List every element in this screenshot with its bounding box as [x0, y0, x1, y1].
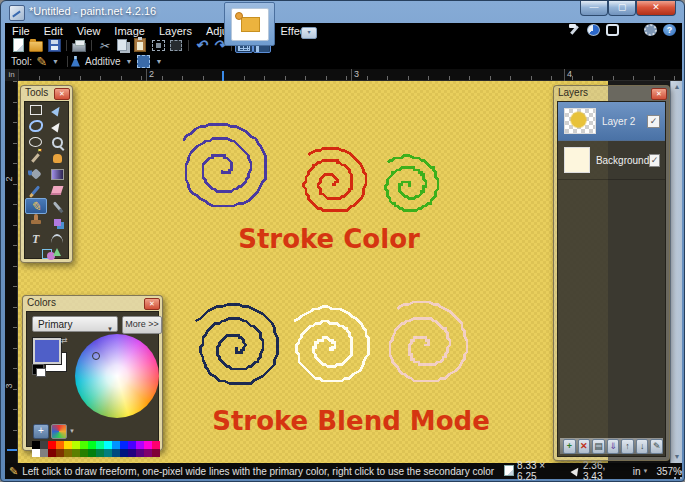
merge-layer-down-button[interactable]: ⇓ [607, 439, 620, 454]
reset-colors-icon[interactable] [32, 364, 44, 375]
unit-select-caret[interactable]: ▼ [642, 468, 648, 474]
selection-quality-caret[interactable]: ▼ [155, 58, 162, 65]
duplicate-layer-button[interactable]: ▤ [592, 439, 605, 454]
tools-window-titlebar[interactable]: Tools ✕ [21, 86, 72, 102]
palette-swatch[interactable] [40, 441, 48, 449]
palette-swatch[interactable] [120, 441, 128, 449]
open-button[interactable] [27, 38, 45, 53]
paste-button[interactable] [131, 38, 149, 53]
resize-grip[interactable] [673, 470, 683, 480]
tool-gradient[interactable] [47, 166, 69, 182]
tool-text[interactable] [25, 230, 47, 246]
current-tool-pencil-icon[interactable] [36, 54, 47, 69]
new-document-button[interactable] [9, 38, 27, 53]
tool-rectangle-select[interactable] [25, 102, 47, 118]
layers-window-icon[interactable] [606, 24, 619, 36]
blend-mode-caret[interactable]: ▼ [126, 58, 133, 65]
palette-swatch[interactable] [112, 449, 120, 457]
add-to-palette-button[interactable]: + [33, 424, 49, 439]
palette-swatch[interactable] [80, 449, 88, 457]
layers-window-titlebar[interactable]: Layers ✕ [554, 86, 669, 102]
tools-window-close-icon[interactable]: ✕ [54, 88, 70, 100]
titlebar[interactable]: *Untitled - paint.net 4.2.16 — ▢ ✕ [1, 1, 684, 23]
deselect-button[interactable] [167, 38, 185, 53]
tool-pan[interactable] [47, 150, 69, 166]
image-tab[interactable] [224, 2, 275, 46]
unit-select[interactable]: in [633, 466, 641, 477]
tool-move-selection[interactable] [47, 118, 69, 134]
move-layer-down-button[interactable]: ↓ [636, 439, 649, 454]
colors-window-titlebar[interactable]: Colors ✕ [23, 296, 162, 312]
palette-menu-button[interactable] [51, 424, 67, 439]
crop-to-selection-button[interactable] [149, 38, 167, 53]
palette-swatch[interactable] [72, 441, 80, 449]
palette-swatch[interactable] [120, 449, 128, 457]
layer-row-layer-2[interactable]: Layer 2✓ [558, 102, 665, 141]
colors-window-close-icon[interactable]: ✕ [144, 298, 160, 310]
primary-color-swatch[interactable] [33, 338, 61, 364]
tool-recolor[interactable] [47, 214, 69, 230]
tool-eraser[interactable] [47, 182, 69, 198]
cut-button[interactable] [95, 38, 113, 53]
menu-file[interactable]: File [5, 25, 37, 37]
maximize-button[interactable]: ▢ [608, 1, 636, 16]
palette-swatch[interactable] [104, 449, 112, 457]
print-button[interactable] [70, 38, 88, 53]
close-button[interactable]: ✕ [636, 1, 676, 16]
tool-clone-stamp[interactable] [25, 214, 47, 230]
tool-paint-bucket[interactable] [25, 166, 47, 182]
palette-swatch[interactable] [96, 441, 104, 449]
palette-swatch[interactable] [48, 441, 56, 449]
layer-properties-button[interactable]: ✎ [650, 439, 663, 454]
add-new-layer-button[interactable]: + [563, 439, 576, 454]
palette-swatch[interactable] [56, 449, 64, 457]
blend-mode-value[interactable]: Additive [85, 56, 121, 67]
tool-shapes[interactable] [25, 246, 68, 262]
layer-visibility-checkbox[interactable]: ✓ [649, 154, 660, 167]
tool-line-curve[interactable] [47, 230, 69, 246]
palette-swatch[interactable] [64, 441, 72, 449]
layers-window-close-icon[interactable]: ✕ [651, 88, 667, 100]
color-target-select[interactable]: Primary ▼ [32, 316, 118, 332]
palette-swatch[interactable] [56, 441, 64, 449]
scroll-down-arrow-icon[interactable]: ▼ [673, 453, 681, 461]
vertical-scrollbar[interactable]: ▲ ▼ [670, 81, 682, 463]
tool-paintbrush[interactable] [25, 182, 47, 198]
palette-swatch[interactable] [152, 449, 160, 457]
swap-colors-icon[interactable]: ⇄ [61, 336, 68, 345]
settings-window-icon[interactable] [644, 24, 657, 36]
tool-magic-wand[interactable] [25, 150, 47, 166]
copy-button[interactable] [113, 38, 131, 53]
selection-quality-icon[interactable] [137, 55, 150, 68]
tool-zoom[interactable] [47, 134, 69, 150]
tool-dropdown-caret[interactable]: ▼ [52, 58, 59, 65]
palette-swatch[interactable] [40, 449, 48, 457]
palette-swatch[interactable] [32, 449, 40, 457]
palette-menu-caret[interactable]: ▼ [69, 428, 75, 434]
tool-lasso-select[interactable] [25, 118, 47, 134]
palette-swatch[interactable] [152, 441, 160, 449]
palette-swatch[interactable] [128, 449, 136, 457]
tool-move-selected-pixels[interactable] [47, 102, 69, 118]
delete-layer-button[interactable]: ✕ [578, 439, 591, 454]
save-button[interactable] [45, 38, 63, 53]
history-window-icon[interactable] [587, 24, 600, 36]
palette-swatch[interactable] [88, 449, 96, 457]
tools-window-icon[interactable] [568, 24, 581, 36]
palette-swatch[interactable] [144, 449, 152, 457]
palette-swatch[interactable] [80, 441, 88, 449]
palette-swatch[interactable] [136, 441, 144, 449]
scroll-up-arrow-icon[interactable]: ▲ [673, 83, 681, 91]
menu-layers[interactable]: Layers [152, 25, 199, 37]
more-button[interactable]: More >> [122, 316, 162, 334]
move-layer-up-button[interactable]: ↑ [621, 439, 634, 454]
image-list-button[interactable]: ▾ [301, 27, 317, 39]
help-window-icon[interactable]: ? [663, 24, 676, 36]
palette-swatch[interactable] [104, 441, 112, 449]
layer-row-background[interactable]: Background✓ [558, 141, 665, 180]
minimize-button[interactable]: — [580, 1, 608, 16]
palette-swatch[interactable] [64, 449, 72, 457]
palette-swatch[interactable] [112, 441, 120, 449]
undo-button[interactable] [192, 38, 210, 53]
tool-color-picker[interactable] [47, 198, 69, 214]
